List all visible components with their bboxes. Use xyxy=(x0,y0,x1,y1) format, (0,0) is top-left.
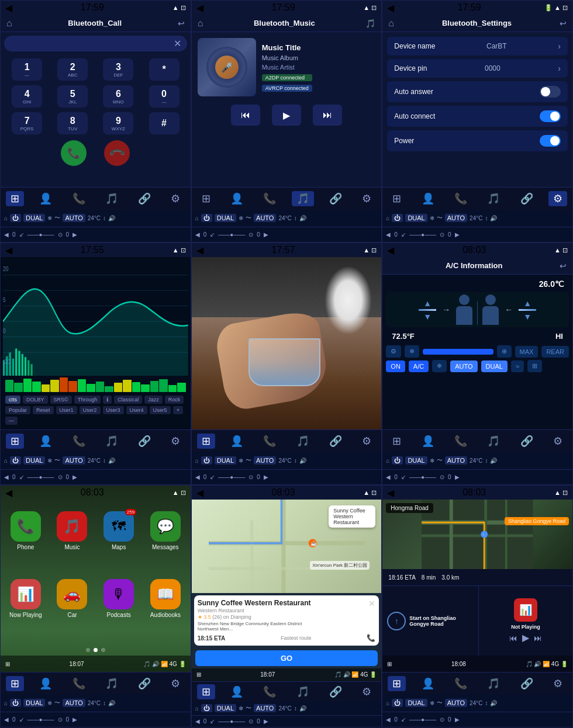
nav-tab-user-4[interactable]: 👤 xyxy=(34,434,57,449)
ctrl-snow-4[interactable]: ❄ xyxy=(47,457,52,464)
dial-btn-hash[interactable]: # xyxy=(149,112,180,134)
bb-icon-1[interactable]: ⊙ xyxy=(58,231,63,238)
back-arrow-5[interactable]: ◀ xyxy=(196,245,203,256)
ctrl-dual-6[interactable]: DUAL xyxy=(405,456,427,464)
ctrl-wave-7[interactable]: 〜 xyxy=(54,699,60,707)
back-icon-6[interactable]: ↩ xyxy=(560,261,567,271)
bb-arrow-2[interactable]: ↙ xyxy=(210,231,215,238)
back-arrow-2[interactable]: ◀ xyxy=(196,2,203,13)
eq-preset-srs[interactable]: SRS© xyxy=(50,396,72,404)
nav-tab-settings-9[interactable]: ⚙ xyxy=(548,676,567,691)
eq-preset-add[interactable]: + xyxy=(173,406,183,414)
ctrl-auto-8[interactable]: AUTO xyxy=(254,704,276,712)
ctrl-vol-2[interactable]: 🔊 xyxy=(299,215,306,221)
bb-right-6[interactable]: ▶ xyxy=(455,474,460,480)
ctrl-home-4[interactable]: ⌂ xyxy=(4,457,8,464)
bb-left-5[interactable]: ◀ xyxy=(195,474,200,480)
ctrl-home-5[interactable]: ⌂ xyxy=(195,457,199,464)
nav-tab-phone-8[interactable]: 📞 xyxy=(258,684,281,699)
toggle-auto-answer[interactable] xyxy=(540,86,561,98)
dial-btn-9[interactable]: 9WXYZ xyxy=(103,112,133,134)
ctrl-dual-3[interactable]: DUAL xyxy=(405,214,427,222)
ctrl-arrows-6[interactable]: ↕ xyxy=(485,457,488,464)
eq-preset-popular[interactable]: Popular xyxy=(5,406,30,414)
nav-tab-link-1[interactable]: 🔗 xyxy=(133,191,156,206)
nav-tab-phone-6[interactable]: 📞 xyxy=(450,434,472,449)
ctrl-arrows-7[interactable]: ↕ xyxy=(103,700,106,706)
ctrl-arrows-8[interactable]: ↕ xyxy=(294,705,297,712)
ctrl-dual-7[interactable]: DUAL xyxy=(23,699,45,707)
bb-slider-9[interactable]: ——●—— xyxy=(409,716,436,723)
nav-tab-link-4[interactable]: 🔗 xyxy=(133,434,156,449)
ctrl-arrows-4[interactable]: ↕ xyxy=(103,457,106,464)
nav-tab-grid-6[interactable]: ⊞ xyxy=(388,434,406,449)
app-music[interactable]: 🎵 Music xyxy=(53,511,92,571)
ac-defrost-btn[interactable]: ≈ xyxy=(511,360,524,372)
dial-btn-star[interactable]: * xyxy=(149,58,180,81)
nav-tab-link-3[interactable]: 🔗 xyxy=(516,191,538,206)
nav-tab-settings-7[interactable]: ⚙ xyxy=(166,676,185,691)
nav-tab-music-3[interactable]: 🎵 xyxy=(482,191,505,206)
nav-grid-icon[interactable]: ⊞ xyxy=(196,671,201,678)
nav-tab-settings-2[interactable]: ⚙ xyxy=(357,191,376,206)
ctrl-arrows-5[interactable]: ↕ xyxy=(294,457,297,464)
dial-btn-6[interactable]: 6MNO xyxy=(103,85,133,108)
nav-tab-music-1[interactable]: 🎵 xyxy=(101,191,123,206)
ac-rear-defrost-btn[interactable]: ⊞ xyxy=(527,360,542,372)
dial-btn-3[interactable]: 3DEF xyxy=(103,58,133,81)
nav-tab-grid-8[interactable]: ⊞ xyxy=(197,684,215,699)
nav-tab-settings-1[interactable]: ⚙ xyxy=(166,191,185,206)
nav-tab-phone-9[interactable]: 📞 xyxy=(450,676,472,691)
setting-power[interactable]: Power xyxy=(387,130,568,151)
nav-tab-grid-7[interactable]: ⊞ xyxy=(6,676,24,691)
bb-arrow-1[interactable]: ↙ xyxy=(19,231,24,238)
nav-tab-grid-9[interactable]: ⊞ xyxy=(388,676,406,691)
ctrl-vol-5[interactable]: 🔊 xyxy=(299,457,306,464)
eq-preset-info[interactable]: ℹ xyxy=(103,396,112,404)
ctrl-home-1[interactable]: ⌂ xyxy=(4,215,8,221)
ctrl-home-8[interactable]: ⌂ xyxy=(195,705,199,712)
nav-tab-user-2[interactable]: 👤 xyxy=(226,191,248,206)
ctrl-power-5[interactable]: ⏻ xyxy=(201,456,212,464)
answer-button[interactable]: 📞 xyxy=(61,140,87,166)
ctrl-vol-7[interactable]: 🔊 xyxy=(108,700,115,706)
back-icon-3[interactable]: ↩ xyxy=(560,19,567,28)
np-next-icon[interactable]: ⏭ xyxy=(534,633,542,643)
nav-tab-user-8[interactable]: 👤 xyxy=(226,684,248,699)
bb-right-4[interactable]: ▶ xyxy=(73,474,77,480)
eq-preset-user1[interactable]: User1 xyxy=(56,406,77,414)
bb-icon-4[interactable]: ⊙ xyxy=(58,474,63,480)
bb-right-5[interactable]: ▶ xyxy=(264,474,268,480)
back-arrow-6[interactable]: ◀ xyxy=(387,245,394,256)
navmap-grid-icon[interactable]: ⊞ xyxy=(387,661,392,667)
ctrl-arrows-9[interactable]: ↕ xyxy=(485,700,488,706)
dial-btn-0[interactable]: 0— xyxy=(149,85,180,108)
ctrl-snow-9[interactable]: ❄ xyxy=(430,700,434,706)
dial-btn-1[interactable]: 1— xyxy=(12,58,42,81)
ctrl-auto-7[interactable]: AUTO xyxy=(63,699,85,707)
ctrl-auto-9[interactable]: AUTO xyxy=(445,699,467,707)
np-prev-icon[interactable]: ⏮ xyxy=(509,633,517,643)
nav-tab-settings-4[interactable]: ⚙ xyxy=(166,434,185,449)
bb-right-1[interactable]: ▶ xyxy=(73,231,77,238)
ctrl-snow-2[interactable]: ❄ xyxy=(239,215,243,221)
ac-gear-btn[interactable]: ⚙ xyxy=(386,345,401,358)
ctrl-power-9[interactable]: ⏻ xyxy=(392,699,403,707)
nav-tab-music-8[interactable]: 🎵 xyxy=(292,684,314,699)
app-podcasts[interactable]: 🎙 Podcasts xyxy=(99,579,138,639)
bb-left-4[interactable]: ◀ xyxy=(4,474,9,480)
eq-preset-cits[interactable]: cIts xyxy=(5,396,20,404)
bb-slider-1[interactable]: ——●—— xyxy=(27,231,54,238)
bb-arrow-7[interactable]: ↙ xyxy=(19,716,24,723)
poi-phone-icon[interactable]: 📞 xyxy=(367,634,375,642)
nav-tab-link-7[interactable]: 🔗 xyxy=(133,676,156,691)
bb-left-1[interactable]: ◀ xyxy=(4,231,9,238)
ctrl-vol-4[interactable]: 🔊 xyxy=(108,457,115,464)
ac-dual-btn[interactable]: DUAL xyxy=(481,360,508,372)
ctrl-power-4[interactable]: ⏻ xyxy=(10,456,21,464)
ac-rear-btn[interactable]: REAR xyxy=(541,346,569,358)
eq-preset-rock[interactable]: Rock xyxy=(165,396,184,404)
ctrl-home-6[interactable]: ⌂ xyxy=(386,457,389,464)
ctrl-snow-8[interactable]: ❄ xyxy=(239,705,243,712)
search-input[interactable] xyxy=(10,39,174,48)
